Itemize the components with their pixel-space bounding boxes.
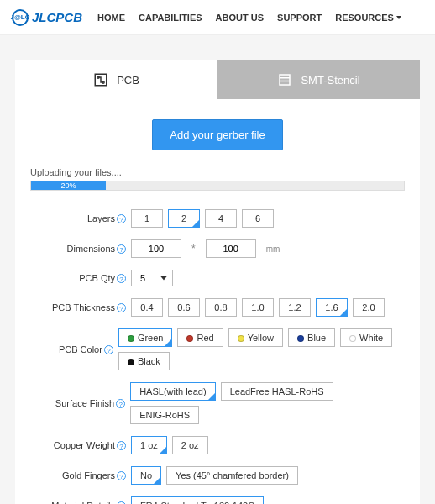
- help-icon[interactable]: ?: [117, 471, 126, 480]
- color-swatch-icon: [128, 359, 134, 365]
- gold-options: NoYes (45° chamfered border): [131, 466, 298, 485]
- color-swatch-icon: [238, 335, 244, 342]
- material-option[interactable]: FR4-Standard Tg 130-140C: [131, 496, 264, 504]
- layers-option[interactable]: 2: [168, 209, 200, 228]
- color-option[interactable]: Blue: [288, 328, 335, 347]
- help-icon[interactable]: ?: [117, 441, 126, 450]
- copper-options: 1 oz2 oz: [131, 436, 208, 454]
- qty-select[interactable]: 5: [131, 270, 173, 286]
- upload-status-text: Uploading your files....: [30, 167, 405, 177]
- thickness-options: 0.40.60.81.01.21.62.0: [131, 298, 385, 317]
- dimension-separator: *: [186, 243, 201, 255]
- pcb-form: Add your gerber file Uploading your file…: [15, 99, 420, 504]
- layers-option[interactable]: 4: [205, 209, 237, 228]
- color-options: GreenRedYellowBlueWhiteBlack: [118, 328, 405, 370]
- logo-icon: J@LC: [12, 9, 29, 26]
- nav-resources-label: RESOURCES: [335, 13, 394, 23]
- thickness-option[interactable]: 0.4: [131, 298, 163, 317]
- label-color: PCB Color?: [30, 344, 118, 354]
- label-copper: Copper Weight?: [30, 440, 131, 450]
- thickness-option[interactable]: 1.0: [242, 298, 274, 317]
- surface-option[interactable]: LeadFree HASL-RoHS: [221, 382, 333, 401]
- layers-option[interactable]: 6: [242, 209, 274, 228]
- label-layers: Layers?: [30, 213, 131, 223]
- thickness-option[interactable]: 2.0: [353, 298, 385, 317]
- layers-options: 1246: [131, 209, 274, 228]
- pcb-icon: [93, 72, 108, 87]
- copper-option[interactable]: 2 oz: [172, 436, 208, 454]
- help-icon[interactable]: ?: [117, 303, 126, 312]
- label-thickness: PCB Thickness?: [30, 302, 131, 312]
- color-option[interactable]: Black: [118, 352, 170, 370]
- stencil-icon: [277, 72, 292, 87]
- product-tabs: PCB SMT-Stencil: [15, 60, 420, 99]
- upload-button[interactable]: Add your gerber file: [152, 119, 282, 150]
- gold-option[interactable]: No: [131, 466, 161, 485]
- copper-option[interactable]: 1 oz: [131, 436, 167, 454]
- label-dimensions: Dimensions?: [30, 244, 131, 254]
- label-qty: PCB Qty?: [30, 273, 131, 283]
- dimension-width-input[interactable]: [131, 239, 181, 258]
- tab-pcb[interactable]: PCB: [15, 60, 218, 99]
- thickness-option[interactable]: 0.6: [168, 298, 200, 317]
- tab-pcb-label: PCB: [117, 74, 139, 87]
- nav-about[interactable]: ABOUT US: [216, 13, 264, 23]
- color-option[interactable]: White: [340, 328, 392, 347]
- nav-resources[interactable]: RESOURCES: [335, 13, 401, 23]
- nav-capabilities[interactable]: CAPABILITIES: [139, 13, 202, 23]
- help-icon[interactable]: ?: [104, 345, 113, 354]
- upload-progress-fill: 20%: [31, 181, 106, 190]
- nav-home[interactable]: HOME: [97, 13, 125, 23]
- color-swatch-icon: [349, 335, 356, 342]
- color-option[interactable]: Green: [118, 328, 173, 347]
- label-surface: Surface Finish?: [30, 398, 130, 408]
- color-option[interactable]: Red: [177, 328, 223, 347]
- nav-support[interactable]: SUPPORT: [277, 13, 322, 23]
- logo[interactable]: J@LC JLCPCB: [12, 9, 82, 26]
- label-gold: Gold Fingers?: [30, 470, 131, 480]
- logo-text: JLCPCB: [32, 10, 82, 24]
- thickness-option[interactable]: 0.8: [205, 298, 237, 317]
- help-icon[interactable]: ?: [117, 244, 126, 254]
- material-options: FR4-Standard Tg 130-140C: [131, 496, 264, 504]
- tab-stencil[interactable]: SMT-Stencil: [218, 60, 420, 99]
- chevron-down-icon: [396, 16, 401, 19]
- svg-rect-3: [280, 75, 290, 85]
- upload-progress: 20%: [30, 181, 405, 191]
- surface-option[interactable]: ENIG-RoHS: [130, 406, 199, 424]
- help-icon[interactable]: ?: [117, 214, 126, 223]
- color-swatch-icon: [128, 335, 134, 342]
- help-icon[interactable]: ?: [117, 274, 126, 283]
- dimension-height-input[interactable]: [206, 239, 256, 258]
- gold-option[interactable]: Yes (45° chamfered border): [166, 466, 298, 485]
- help-icon[interactable]: ?: [116, 399, 125, 408]
- tab-stencil-label: SMT-Stencil: [301, 74, 359, 87]
- color-swatch-icon: [297, 335, 304, 342]
- top-nav: J@LC JLCPCB HOME CAPABILITIES ABOUT US S…: [0, 0, 435, 35]
- thickness-option[interactable]: 1.2: [279, 298, 311, 317]
- thickness-option[interactable]: 1.6: [316, 298, 348, 317]
- color-swatch-icon: [186, 335, 193, 342]
- main-nav: HOME CAPABILITIES ABOUT US SUPPORT RESOU…: [97, 13, 401, 23]
- layers-option[interactable]: 1: [131, 209, 163, 228]
- dimension-unit: mm: [261, 244, 280, 254]
- label-material: Material Details?: [30, 501, 131, 504]
- surface-options: HASL(with lead)LeadFree HASL-RoHSENIG-Ro…: [130, 382, 405, 424]
- surface-option[interactable]: HASL(with lead): [130, 382, 215, 401]
- color-option[interactable]: Yellow: [228, 328, 283, 347]
